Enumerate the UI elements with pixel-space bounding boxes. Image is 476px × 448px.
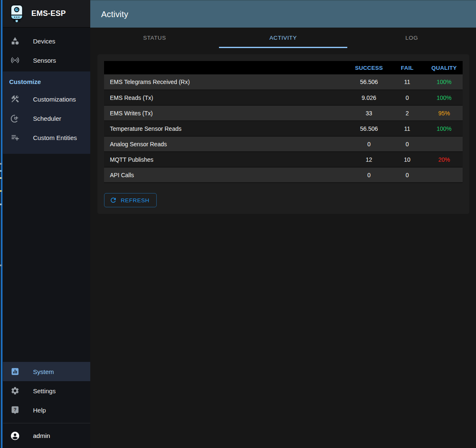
success-value: 56.506 xyxy=(349,121,389,136)
quality-value: 100% xyxy=(425,74,463,90)
quality-value: 100% xyxy=(425,90,463,105)
table-row: EMS Reads (Tx) 9.026 0 100% xyxy=(104,90,463,105)
quality-value: 100% xyxy=(425,121,463,136)
sidebar-item-label: System xyxy=(33,368,54,375)
edge-speck xyxy=(0,170,2,172)
edge-speck xyxy=(0,265,2,266)
fail-value: 11 xyxy=(389,121,425,136)
sidebar-customize-section: Customize Customizations xyxy=(3,71,90,154)
quality-value xyxy=(425,136,463,152)
metric-name: Analog Sensor Reads xyxy=(104,136,349,152)
table-header-row: SUCCESS FAIL QUALITY xyxy=(104,61,463,74)
sidebar-item-label: Custom Entities xyxy=(33,134,77,141)
activity-table: SUCCESS FAIL QUALITY EMS Telegrams Recei… xyxy=(104,61,463,183)
metric-name: API Calls xyxy=(104,167,349,183)
quality-value xyxy=(425,167,463,183)
success-value: 12 xyxy=(349,152,389,167)
edge-speck xyxy=(0,190,2,192)
edge-speck xyxy=(0,177,2,179)
table-row: Temperature Sensor Reads 56.506 11 100% xyxy=(104,121,463,136)
metric-name: EMS Telegrams Received (Rx) xyxy=(104,74,349,90)
column-header-name xyxy=(104,61,349,74)
success-value: 0 xyxy=(349,136,389,152)
tab-log[interactable]: LOG xyxy=(347,28,476,48)
sidebar-item-settings[interactable]: Settings xyxy=(3,381,90,400)
metric-name: EMS Reads (Tx) xyxy=(104,90,349,105)
sidebar-main-nav: Devices Sensors xyxy=(3,28,90,71)
fail-value: 2 xyxy=(389,105,425,121)
column-header-success: SUCCESS xyxy=(349,61,389,74)
quality-value: 20% xyxy=(425,152,463,167)
quality-value: 95% xyxy=(425,105,463,121)
sidebar-item-devices[interactable]: Devices xyxy=(3,31,90,51)
fail-value: 0 xyxy=(389,136,425,152)
sidebar-item-label: Help xyxy=(33,407,46,414)
sidebar-item-scheduler[interactable]: Scheduler xyxy=(3,109,90,128)
sidebar-user-admin[interactable]: admin xyxy=(3,423,90,448)
main-content: Activity STATUS ACTIVITY LOG SUCCESS FAI… xyxy=(90,0,476,448)
construction-icon xyxy=(10,94,20,104)
column-header-fail: FAIL xyxy=(389,61,425,74)
metric-name: EMS Writes (Tx) xyxy=(104,105,349,121)
edge-speck xyxy=(0,163,2,165)
sidebar: EMS-ESP Devices xyxy=(3,0,90,448)
sensors-icon xyxy=(10,55,20,65)
sidebar-item-custom-entities[interactable]: Custom Entities xyxy=(3,128,90,147)
sidebar-item-label: Customizations xyxy=(33,96,76,103)
refresh-button-label: REFRESH xyxy=(121,197,150,204)
tab-activity[interactable]: ACTIVITY xyxy=(219,28,348,48)
sidebar-item-customizations[interactable]: Customizations xyxy=(3,89,90,109)
sidebar-spacer xyxy=(3,154,90,362)
table-row: EMS Writes (Tx) 33 2 95% xyxy=(104,105,463,121)
category-icon xyxy=(10,36,20,46)
sidebar-item-label: Sensors xyxy=(33,57,56,64)
fail-value: 0 xyxy=(389,167,425,183)
refresh-button[interactable]: REFRESH xyxy=(104,193,157,207)
app-name: EMS-ESP xyxy=(31,9,66,18)
customize-section-header: Customize xyxy=(3,71,90,89)
boiler-icon xyxy=(10,4,24,23)
tab-bar: STATUS ACTIVITY LOG xyxy=(90,28,476,48)
gear-icon xyxy=(10,386,20,396)
sidebar-item-sensors[interactable]: Sensors xyxy=(3,51,90,70)
table-row: EMS Telegrams Received (Rx) 56.506 11 10… xyxy=(104,74,463,90)
sidebar-item-label: Settings xyxy=(33,387,56,395)
app-window: EMS-ESP Devices xyxy=(0,0,476,448)
edge-speck xyxy=(0,204,2,205)
tab-status[interactable]: STATUS xyxy=(90,28,219,48)
user-name: admin xyxy=(33,432,50,439)
table-row: API Calls 0 0 xyxy=(104,167,463,183)
fail-value: 10 xyxy=(389,152,425,167)
analytics-icon xyxy=(10,367,20,377)
more-time-icon xyxy=(10,113,20,123)
metric-name: MQTT Publishes xyxy=(104,152,349,167)
success-value: 56.506 xyxy=(349,74,389,90)
table-row: MQTT Publishes 12 10 20% xyxy=(104,152,463,167)
column-header-quality: QUALITY xyxy=(425,61,463,74)
fail-value: 11 xyxy=(389,74,425,90)
svg-text:?: ? xyxy=(14,407,17,412)
table-row: Analog Sensor Reads 0 0 xyxy=(104,136,463,152)
playlist-add-icon xyxy=(10,132,20,143)
window-edge-strip xyxy=(0,0,3,448)
success-value: 0 xyxy=(349,167,389,183)
sidebar-bottom-nav: System Settings ? Help xyxy=(3,362,90,420)
sidebar-item-label: Devices xyxy=(33,38,55,45)
edge-blue-line xyxy=(1,0,3,448)
appbar: Activity xyxy=(90,0,476,28)
live-help-icon: ? xyxy=(10,405,20,415)
app-logo-row: EMS-ESP xyxy=(3,0,90,28)
sidebar-item-label: Scheduler xyxy=(33,115,61,122)
fail-value: 0 xyxy=(389,90,425,105)
page-title: Activity xyxy=(101,10,128,19)
activity-card: SUCCESS FAIL QUALITY EMS Telegrams Recei… xyxy=(97,54,469,214)
success-value: 33 xyxy=(349,105,389,121)
metric-name: Temperature Sensor Reads xyxy=(104,121,349,136)
sidebar-item-system[interactable]: System xyxy=(3,362,90,381)
account-circle-icon xyxy=(10,431,20,441)
refresh-icon xyxy=(109,196,117,204)
sidebar-item-help[interactable]: ? Help xyxy=(3,400,90,420)
success-value: 9.026 xyxy=(349,90,389,105)
